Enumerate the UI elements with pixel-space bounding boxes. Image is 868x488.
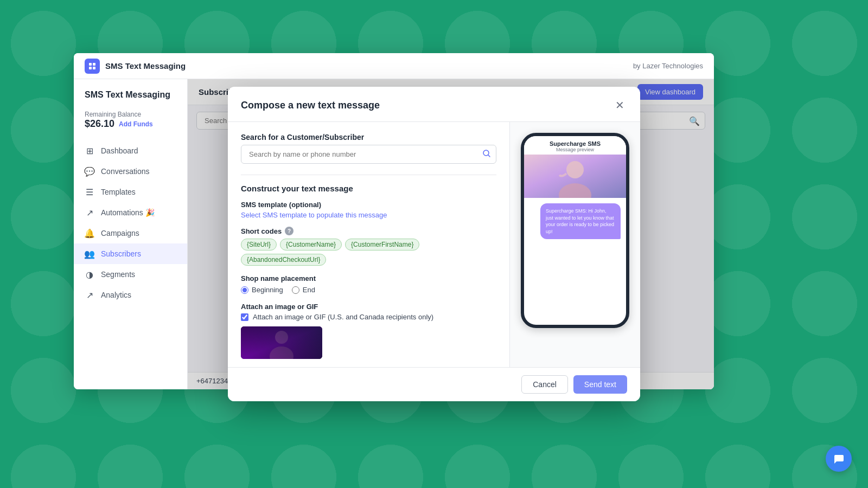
image-section: Attach an image or GIF Attach an image o…: [241, 303, 496, 359]
dashboard-icon: ⊞: [85, 146, 94, 156]
placement-label: Shop name placement: [241, 274, 496, 282]
sidebar-label-templates: Templates: [101, 188, 136, 196]
balance-value: $26.10: [85, 118, 114, 130]
sidebar-label-analytics: Analytics: [101, 291, 131, 299]
campaigns-icon: 🔔: [85, 228, 94, 238]
sidebar-item-segments[interactable]: ◑ Segments: [74, 264, 187, 285]
svg-rect-2: [89, 67, 92, 69]
cancel-button[interactable]: Cancel: [521, 375, 568, 394]
placement-beginning-label: Beginning: [252, 286, 283, 294]
modal-header: Compose a new text message ✕: [228, 87, 640, 122]
sidebar-item-automations[interactable]: ↗ Automations 🎉: [74, 202, 187, 223]
placement-section: Shop name placement Beginning End: [241, 274, 496, 294]
thumbnail-svg: [241, 326, 322, 359]
sidebar-label-conversations: Conversations: [101, 167, 150, 176]
short-code-abandonedcheckouturl[interactable]: {AbandonedCheckoutUrl}: [241, 254, 326, 266]
image-thumbnail[interactable]: [241, 326, 322, 359]
phone-image-svg: [524, 155, 626, 198]
image-checkbox[interactable]: [241, 313, 248, 321]
svg-rect-0: [89, 63, 92, 66]
radio-group: Beginning End: [241, 286, 496, 294]
top-bar-branding: by Lazer Technologies: [633, 62, 703, 70]
compose-modal: Compose a new text message ✕ Search for …: [228, 87, 640, 401]
sidebar-label-campaigns: Campaigns: [101, 229, 139, 237]
svg-point-6: [275, 331, 288, 344]
modal-body: Search for a Customer/Subscriber Constru…: [228, 122, 640, 367]
sidebar-item-conversations[interactable]: 💬 Conversations: [74, 161, 187, 182]
svg-point-9: [566, 161, 584, 178]
segments-icon: ◑: [85, 269, 94, 279]
sms-template-section: SMS template (optional) Select SMS templ…: [241, 201, 496, 219]
image-section-label: Attach an image or GIF: [241, 303, 496, 311]
divider-1: [241, 175, 496, 175]
customer-search-input[interactable]: [241, 145, 496, 164]
phone-preview-image: [524, 155, 626, 198]
add-funds-link[interactable]: Add Funds: [119, 120, 153, 128]
phone-preview-label: Message preview: [531, 147, 620, 152]
short-codes-section: Short codes ? {SiteUrl} {CustomerName} {…: [241, 227, 496, 266]
sidebar-label-automations: Automations 🎉: [101, 208, 155, 217]
template-select-link[interactable]: Select SMS template to populate this mes…: [241, 211, 496, 219]
sidebar-label-segments: Segments: [101, 270, 135, 279]
short-code-customerfirstname[interactable]: {CustomerFirstName}: [345, 239, 419, 251]
short-codes-label-text: Short codes: [241, 227, 282, 235]
conversations-icon: 💬: [85, 166, 94, 176]
analytics-icon: ↗: [85, 290, 94, 300]
sidebar-title: SMS Text Messaging: [74, 90, 187, 111]
app-icon: [85, 59, 100, 74]
templates-icon: ☰: [85, 187, 94, 197]
sidebar-label-dashboard: Dashboard: [101, 146, 138, 155]
sidebar-item-campaigns[interactable]: 🔔 Campaigns: [74, 223, 187, 243]
short-codes-help-icon[interactable]: ?: [285, 227, 293, 235]
send-text-button[interactable]: Send text: [573, 375, 627, 394]
short-codes-row: {SiteUrl} {CustomerName} {CustomerFirstN…: [241, 239, 496, 266]
short-code-customername[interactable]: {CustomerName}: [280, 239, 342, 251]
sidebar-item-subscribers[interactable]: 👥 Subscribers: [74, 243, 187, 264]
placement-beginning-radio[interactable]: [241, 286, 248, 294]
phone-top-bar: Supercharge SMS Message preview: [524, 136, 626, 155]
construct-title: Construct your text message: [241, 184, 496, 193]
image-checkbox-label: Attach an image or GIF (U.S. and Canada …: [253, 313, 433, 321]
phone-message-bubble: Supercharge SMS: Hi John, just wanted to…: [540, 203, 621, 239]
placement-end-radio[interactable]: [292, 286, 299, 294]
customer-search-wrapper: [241, 145, 496, 164]
template-field-label: SMS template (optional): [241, 201, 496, 209]
sidebar-label-subscribers: Subscribers: [101, 249, 141, 258]
chat-bubble-icon: [833, 453, 845, 465]
customer-search-title: Search for a Customer/Subscriber: [241, 133, 496, 142]
balance-section: Remaining Balance $26.10 Add Funds: [74, 111, 187, 140]
placement-end-label: End: [303, 286, 315, 294]
modal-right-panel: Supercharge SMS Message preview: [510, 122, 640, 367]
short-code-siteurl[interactable]: {SiteUrl}: [241, 239, 277, 251]
customer-search-icon-button[interactable]: [482, 149, 491, 160]
image-checkbox-row: Attach an image or GIF (U.S. and Canada …: [241, 313, 496, 321]
sidebar-item-dashboard[interactable]: ⊞ Dashboard: [74, 140, 187, 161]
top-bar: SMS Text Messaging by Lazer Technologies: [74, 53, 714, 79]
balance-amount: $26.10 Add Funds: [85, 118, 176, 130]
placement-beginning-option[interactable]: Beginning: [241, 286, 283, 294]
svg-rect-1: [93, 63, 95, 66]
search-svg-icon: [482, 149, 491, 158]
svg-point-7: [270, 346, 293, 359]
top-bar-left: SMS Text Messaging: [85, 59, 186, 74]
sidebar: SMS Text Messaging Remaining Balance $26…: [74, 79, 188, 389]
automations-icon: ↗: [85, 208, 94, 217]
svg-rect-3: [93, 67, 95, 69]
customer-search-section: Search for a Customer/Subscriber: [241, 133, 496, 164]
modal-footer: Cancel Send text: [228, 367, 640, 401]
sidebar-item-analytics[interactable]: ↗ Analytics: [74, 285, 187, 305]
phone-app-name: Supercharge SMS: [531, 140, 620, 147]
short-codes-label: Short codes ?: [241, 227, 496, 235]
modal-left-panel: Search for a Customer/Subscriber Constru…: [228, 122, 510, 367]
phone-preview-frame: Supercharge SMS Message preview: [521, 133, 629, 328]
sidebar-item-templates[interactable]: ☰ Templates: [74, 182, 187, 202]
placement-end-option[interactable]: End: [292, 286, 315, 294]
balance-label: Remaining Balance: [85, 111, 176, 118]
svg-rect-5: [241, 326, 322, 359]
subscribers-icon: 👥: [85, 249, 94, 259]
chat-support-bubble[interactable]: [826, 446, 852, 472]
modal-title: Compose a new text message: [241, 100, 380, 111]
modal-close-button[interactable]: ✕: [612, 98, 627, 113]
top-bar-app-title: SMS Text Messaging: [105, 61, 186, 70]
